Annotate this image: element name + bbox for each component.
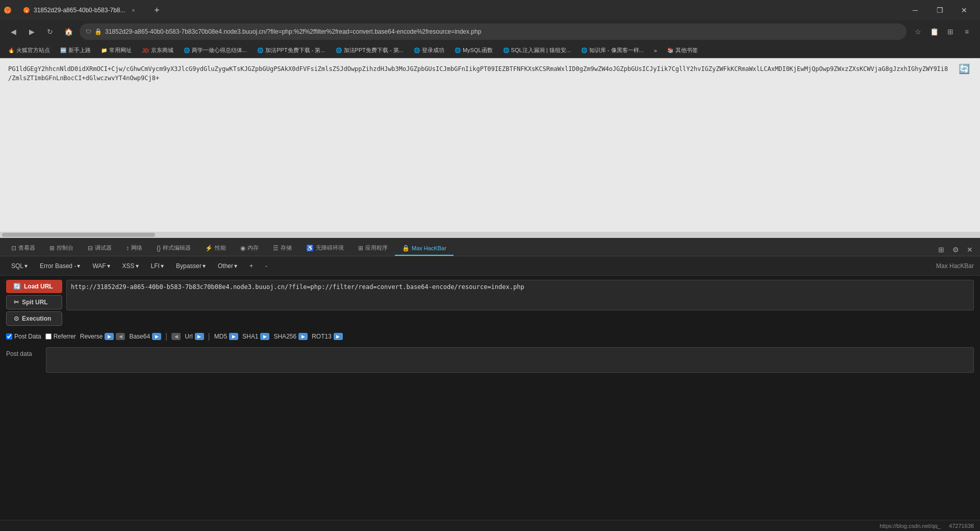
address-input[interactable] xyxy=(105,28,900,35)
dock-button[interactable]: ⊞ xyxy=(935,244,947,256)
md5-tool[interactable]: MD5 ▶ xyxy=(214,333,238,340)
load-url-button[interactable]: 🔄 Load URL xyxy=(6,280,62,293)
hackbar-bypasser-menu[interactable]: Bypasser ▾ xyxy=(171,260,211,272)
close-button[interactable]: ✕ xyxy=(952,0,976,20)
reverse-arrow-left-icon: ◀ xyxy=(116,333,125,340)
bookmark-item-kb[interactable]: 🌐 知识库 - 像黑客一样... xyxy=(577,45,648,55)
home-button[interactable]: 🏠 xyxy=(61,25,76,39)
a11y-icon: ♿ xyxy=(306,245,314,252)
tab-inspector[interactable]: ⊡ 查看器 xyxy=(4,241,42,256)
sidebar-button[interactable]: ⊞ xyxy=(943,25,958,39)
bookmarks-star-button[interactable]: ☆ xyxy=(911,25,925,39)
pipe-left-tool[interactable]: ◀ xyxy=(171,333,181,340)
rot13-tool[interactable]: ROT13 ▶ xyxy=(312,333,343,340)
url-tool[interactable]: Url ▶ xyxy=(185,333,204,340)
referrer-checkbox[interactable] xyxy=(45,333,52,340)
bookmark-item-sql[interactable]: 🌐 SQL注入漏洞 | 猿组安... xyxy=(499,45,575,55)
post-data-checkbox-label[interactable]: Post Data xyxy=(6,333,41,340)
customize-button[interactable]: ≡ xyxy=(960,25,974,39)
lock-icon: 🔒 xyxy=(94,28,102,35)
bookmark-item-folder[interactable]: 📁 常用网址 xyxy=(97,45,136,55)
sha1-arrow-right-icon: ▶ xyxy=(260,333,269,340)
split-icon: ✂ xyxy=(14,299,19,306)
book-icon: 📚 xyxy=(667,47,673,53)
new-icon: 🆕 xyxy=(60,47,66,53)
post-data-textarea[interactable] xyxy=(46,347,974,373)
tab-memory[interactable]: ◉ 内存 xyxy=(233,241,266,256)
tab-accessibility[interactable]: ♿ 无障碍环境 xyxy=(299,241,351,256)
synced-tabs-button[interactable]: 📋 xyxy=(927,25,941,39)
tab-application-label: 应用程序 xyxy=(365,244,388,252)
reverse-tool[interactable]: Reverse ▶ ◀ xyxy=(80,333,125,340)
tab-debugger[interactable]: ⊟ 调试器 xyxy=(81,241,119,256)
execution-button[interactable]: ⊙ Execution xyxy=(6,311,62,326)
bookmark-more-button[interactable]: » xyxy=(650,46,661,55)
close-devtools-button[interactable]: ✕ xyxy=(964,244,976,256)
bookmark-item-mysql[interactable]: 🌐 MySQL函数 xyxy=(450,45,497,55)
hackbar-lfi-menu[interactable]: LFI ▾ xyxy=(146,260,169,272)
tab-hackbar[interactable]: 🔒 Max HacKBar xyxy=(395,242,454,256)
bookmark-item-study[interactable]: 🌐 两学一做心得总结体... xyxy=(180,45,251,55)
sha256-tool[interactable]: SHA256 ▶ xyxy=(273,333,308,340)
minimize-button[interactable]: ─ xyxy=(903,0,927,20)
restore-button[interactable]: ❒ xyxy=(928,0,951,20)
globe-icon5: 🌐 xyxy=(455,47,461,53)
bookmark-item-ppt1[interactable]: 🌐 加法PPT免费下载 - 第... xyxy=(253,45,329,55)
bookmark-label: MySQL函数 xyxy=(463,46,493,54)
tab-storage[interactable]: ☰ 存储 xyxy=(266,241,299,256)
other-arrow-icon: ▾ xyxy=(234,262,237,270)
bookmark-item-ppt2[interactable]: 🌐 加法PPT免费下载 - 第... xyxy=(332,45,408,55)
hackbar-minus-menu[interactable]: - xyxy=(260,260,272,272)
bookmark-item-new[interactable]: 🆕 新手上路 xyxy=(56,45,95,55)
hackbar-title: Max HacKBar xyxy=(936,262,974,270)
bookmark-item-jd[interactable]: JD 京东商城 xyxy=(138,45,178,55)
pipe-arrow-left-icon: ◀ xyxy=(171,333,181,340)
hackbar-url-row: 🔄 Load URL ✂ Spit URL ⊙ Execution http:/… xyxy=(6,280,974,326)
xss-label: XSS xyxy=(122,262,135,270)
settings-button[interactable]: ⚙ xyxy=(949,244,962,256)
reload-button[interactable]: ↻ xyxy=(43,25,57,39)
bookmark-label: 新手上路 xyxy=(68,46,91,54)
new-tab-button[interactable]: + xyxy=(149,3,164,17)
post-data-checkbox[interactable] xyxy=(6,333,12,340)
hackbar-content: 🔄 Load URL ✂ Spit URL ⊙ Execution http:/… xyxy=(0,276,980,520)
tab-console[interactable]: ⊞ 控制台 xyxy=(42,241,81,256)
other-bookmarks[interactable]: 📚 其他书签 xyxy=(663,45,702,55)
tab-application[interactable]: ⊞ 应用程序 xyxy=(351,241,395,256)
address-input-wrap: 🛡 🔒 xyxy=(80,23,907,40)
tab-performance[interactable]: ⚡ 性能 xyxy=(198,241,233,256)
tab-network[interactable]: ↕ 网络 xyxy=(119,241,149,256)
hackbar-panel: SQL ▾ Error Based - ▾ WAF ▾ XSS ▾ LFI xyxy=(0,256,980,520)
tab-close-button[interactable]: × xyxy=(129,6,137,14)
forward-button[interactable]: ▶ xyxy=(24,25,39,39)
url-label: Url xyxy=(185,333,192,340)
sha1-tool[interactable]: SHA1 ▶ xyxy=(242,333,269,340)
hackbar-waf-menu[interactable]: WAF ▾ xyxy=(87,260,115,272)
rot13-label: ROT13 xyxy=(312,333,332,340)
url-textarea[interactable]: http://31852d29-a865-40b0-b583-7b83c70b0… xyxy=(66,280,974,310)
hackbar-xss-menu[interactable]: XSS ▾ xyxy=(117,260,144,272)
waf-arrow-icon: ▾ xyxy=(107,262,110,270)
split-url-button[interactable]: ✂ Spit URL xyxy=(6,295,62,309)
referrer-checkbox-label[interactable]: Referrer xyxy=(45,333,76,340)
sql-label: SQL xyxy=(11,262,23,270)
base64-label: Base64 xyxy=(129,333,150,340)
bookmark-label: SQL注入漏洞 | 猿组安... xyxy=(511,46,571,54)
hackbar-other-menu[interactable]: Other ▾ xyxy=(213,260,242,272)
back-button[interactable]: ◀ xyxy=(6,25,20,39)
tab-favicon: 🔥 xyxy=(23,7,30,13)
fire-icon: 🔥 xyxy=(8,47,14,53)
bookmark-item-fire[interactable]: 🔥 火狐官方站点 xyxy=(4,45,54,55)
tab-style-editor[interactable]: {} 样式编辑器 xyxy=(149,241,198,256)
bookmark-label: 知识库 - 像黑客一样... xyxy=(589,46,644,54)
lfi-label: LFI xyxy=(151,262,160,270)
base64-tool[interactable]: Base64 ▶ xyxy=(129,333,161,340)
hackbar-errorbased-menu[interactable]: Error Based - ▾ xyxy=(35,260,85,272)
hackbar-add-menu[interactable]: + xyxy=(244,260,258,272)
bookmark-item-login[interactable]: 🌐 登录成功 xyxy=(410,45,448,55)
scrollbar-thumb[interactable] xyxy=(2,233,155,237)
horizontal-scrollbar[interactable] xyxy=(0,232,980,238)
active-tab[interactable]: 🔥 31852d29-a865-40b0-b583-7b8... × xyxy=(15,3,145,18)
hackbar-sql-menu[interactable]: SQL ▾ xyxy=(6,260,33,272)
refresh-icon[interactable]: 🔄 xyxy=(959,63,970,75)
